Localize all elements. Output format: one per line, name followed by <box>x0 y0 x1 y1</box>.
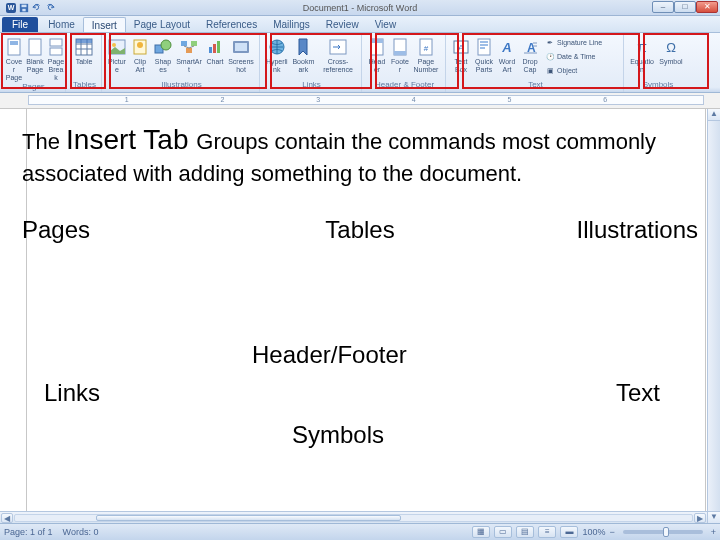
status-zoom[interactable]: 100% <box>582 527 605 537</box>
svg-rect-33 <box>371 39 383 43</box>
maximize-button[interactable]: □ <box>674 1 696 13</box>
view-web-layout-button[interactable]: ▤ <box>516 526 534 538</box>
symbol-label: Symbol <box>658 58 684 66</box>
table-button[interactable]: Table <box>71 36 97 66</box>
zoom-in-button[interactable]: + <box>711 527 716 537</box>
view-print-layout-button[interactable]: ▦ <box>472 526 490 538</box>
page-number-button[interactable]: # Page Number <box>413 36 439 74</box>
dropcap-button[interactable]: A Drop Cap <box>520 36 540 74</box>
redo-icon[interactable] <box>45 3 55 13</box>
close-button[interactable]: ✕ <box>696 1 718 13</box>
zoom-slider[interactable] <box>623 530 703 534</box>
page-break-button[interactable]: Page Break <box>47 36 65 82</box>
object-button[interactable]: ▣Object <box>545 64 602 78</box>
clipart-button[interactable]: Clip Art <box>130 36 150 74</box>
tab-view[interactable]: View <box>367 17 405 32</box>
smartart-button[interactable]: SmartArt <box>176 36 202 74</box>
scroll-down-icon[interactable]: ▼ <box>708 511 720 523</box>
page-number-label: Page Number <box>413 58 439 74</box>
overlay-paragraph: The Insert Tab Groups contain the comman… <box>22 121 698 188</box>
svg-text:Ω: Ω <box>666 40 676 55</box>
bookmark-icon <box>294 38 312 56</box>
svg-point-15 <box>112 43 116 47</box>
header-button[interactable]: Header <box>367 36 387 74</box>
picture-button[interactable]: Picture <box>107 36 127 74</box>
text-stack: ✒Signature Line 🕑Date & Time ▣Object <box>543 36 602 78</box>
term-illustrations: Illustrations <box>473 216 698 244</box>
blank-page-icon <box>26 38 44 56</box>
shapes-icon <box>154 38 172 56</box>
footer-icon <box>391 38 409 56</box>
hscroll-thumb[interactable] <box>96 515 401 521</box>
vertical-scrollbar[interactable]: ▲ ▼ <box>707 109 720 523</box>
zoom-out-button[interactable]: − <box>609 527 614 537</box>
quick-parts-button[interactable]: Quick Parts <box>474 36 494 74</box>
file-tab[interactable]: File <box>2 17 38 32</box>
equation-button[interactable]: π Equation <box>629 36 655 74</box>
hyperlink-button[interactable]: Hyperlink <box>265 36 289 74</box>
smartart-icon <box>180 38 198 56</box>
scroll-up-icon[interactable]: ▲ <box>708 109 720 121</box>
page-margin-right <box>705 109 706 523</box>
horizontal-ruler[interactable]: 1 2 3 4 5 6 <box>28 95 704 105</box>
textbox-button[interactable]: A Text Box <box>451 36 471 74</box>
status-page[interactable]: Page: 1 of 1 <box>4 527 53 537</box>
hscroll-track[interactable] <box>14 514 693 522</box>
document-area[interactable]: The Insert Tab Groups contain the comman… <box>0 109 720 523</box>
cross-reference-button[interactable]: Cross-reference <box>318 36 358 74</box>
symbol-button[interactable]: Ω Symbol <box>658 36 684 66</box>
svg-rect-5 <box>29 39 41 55</box>
save-icon[interactable] <box>19 3 29 13</box>
view-full-screen-button[interactable]: ▭ <box>494 526 512 538</box>
tab-page-layout[interactable]: Page Layout <box>126 17 198 32</box>
signature-line-button[interactable]: ✒Signature Line <box>545 36 602 50</box>
tab-insert[interactable]: Insert <box>83 17 126 32</box>
zoom-slider-knob[interactable] <box>663 527 669 537</box>
symbol-icon: Ω <box>662 38 680 56</box>
blank-page-button[interactable]: Blank Page <box>26 36 44 74</box>
scroll-right-icon[interactable]: ▶ <box>694 513 706 523</box>
word-app-icon: W <box>6 3 16 13</box>
cross-reference-icon <box>329 38 347 56</box>
cover-page-button[interactable]: Cover Page <box>5 36 23 82</box>
cross-reference-label: Cross-reference <box>318 58 358 74</box>
signature-icon: ✒ <box>545 38 555 48</box>
table-icon <box>75 38 93 56</box>
view-outline-button[interactable]: ≡ <box>538 526 556 538</box>
svg-rect-26 <box>213 44 216 53</box>
tab-home[interactable]: Home <box>40 17 83 32</box>
date-time-button[interactable]: 🕑Date & Time <box>545 50 602 64</box>
ruler-tick: 6 <box>603 96 607 103</box>
table-label: Table <box>71 58 97 66</box>
svg-text:A: A <box>458 43 464 53</box>
minimize-button[interactable]: – <box>652 1 674 13</box>
view-draft-button[interactable]: ▬ <box>560 526 578 538</box>
group-symbols-label: Symbols <box>629 80 687 92</box>
bookmark-button[interactable]: Bookmark <box>292 36 316 74</box>
footer-button[interactable]: Footer <box>390 36 410 74</box>
horizontal-scrollbar[interactable]: ◀ ▶ <box>0 511 707 523</box>
tab-review[interactable]: Review <box>318 17 367 32</box>
ruler-tick: 3 <box>316 96 320 103</box>
scroll-left-icon[interactable]: ◀ <box>1 513 13 523</box>
chart-button[interactable]: Chart <box>205 36 225 66</box>
object-icon: ▣ <box>545 66 555 76</box>
tab-references[interactable]: References <box>198 17 265 32</box>
screenshot-icon <box>232 38 250 56</box>
header-label: Header <box>367 58 387 74</box>
hyperlink-icon <box>268 38 286 56</box>
svg-rect-27 <box>217 41 220 53</box>
blank-page-label: Blank Page <box>26 58 44 74</box>
quick-access-toolbar: W <box>0 3 55 13</box>
screenshot-button[interactable]: Screenshot <box>228 36 254 74</box>
overlay-terms: Pages Tables Illustrations <box>22 216 698 244</box>
status-words[interactable]: Words: 0 <box>63 527 99 537</box>
svg-text:#: # <box>424 44 429 53</box>
shapes-button[interactable]: Shapes <box>153 36 173 74</box>
undo-icon[interactable] <box>32 3 42 13</box>
tab-mailings[interactable]: Mailings <box>265 17 318 32</box>
cover-page-icon <box>5 38 23 56</box>
svg-rect-7 <box>50 48 62 55</box>
quick-parts-icon <box>475 38 493 56</box>
wordart-button[interactable]: A WordArt <box>497 36 517 74</box>
